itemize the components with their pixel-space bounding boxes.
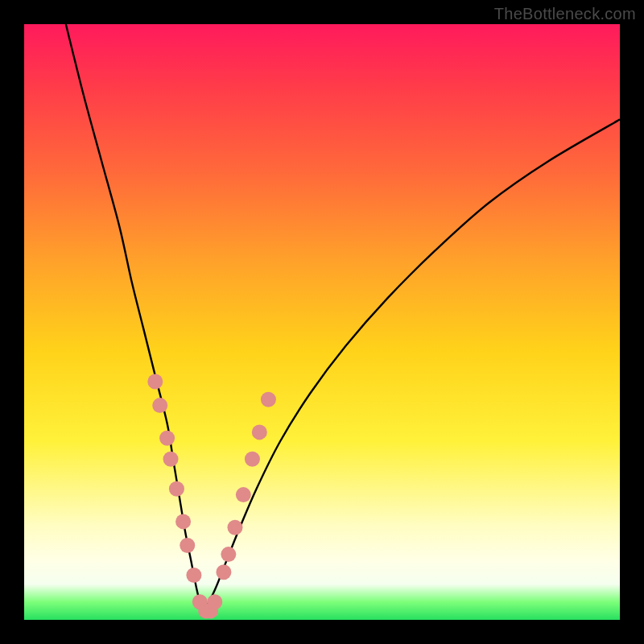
sample-dot	[180, 538, 195, 553]
watermark-text: TheBottleneck.com	[494, 5, 636, 23]
plot-area	[24, 24, 620, 620]
sample-dot	[163, 452, 179, 467]
sample-dot	[227, 520, 242, 535]
sample-dot	[261, 392, 276, 407]
sample-dot	[252, 424, 267, 440]
sample-dot	[152, 398, 167, 413]
sample-dot	[175, 514, 191, 529]
curve-right-branch	[203, 119, 620, 613]
sample-dot	[221, 547, 236, 562]
sample-dot	[216, 564, 231, 580]
sample-dot	[186, 568, 201, 583]
sample-dot	[147, 374, 163, 390]
sample-dot	[159, 431, 175, 446]
sample-dots-group	[147, 374, 276, 619]
sample-dot	[245, 452, 260, 467]
chart-outer-frame: TheBottleneck.com	[0, 0, 644, 644]
sample-dot	[236, 487, 251, 502]
sample-dot	[169, 481, 184, 497]
sample-dot	[207, 594, 222, 609]
bottleneck-curve-svg	[24, 24, 620, 620]
